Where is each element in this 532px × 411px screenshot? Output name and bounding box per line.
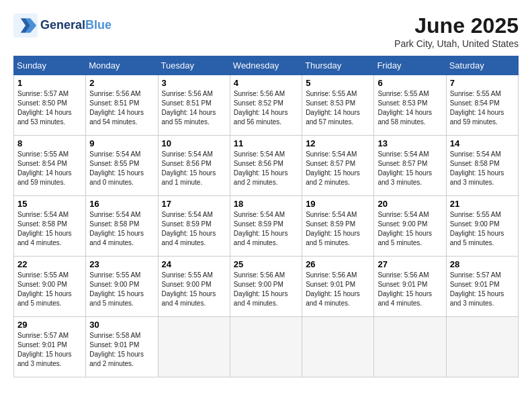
calendar-cell: [302, 317, 374, 377]
calendar-cell: 18Sunrise: 5:54 AM Sunset: 8:59 PM Dayli…: [230, 196, 302, 257]
calendar-cell: [446, 317, 518, 377]
title-section: June 2025 Park City, Utah, United States: [394, 13, 519, 49]
day-number: 23: [89, 259, 154, 269]
calendar-cell: 25Sunrise: 5:56 AM Sunset: 9:00 PM Dayli…: [230, 257, 302, 317]
day-number: 22: [17, 259, 82, 269]
day-number: 15: [17, 199, 82, 209]
day-info: Sunrise: 5:55 AM Sunset: 9:00 PM Dayligh…: [89, 271, 154, 308]
day-number: 28: [450, 259, 515, 269]
day-info: Sunrise: 5:54 AM Sunset: 8:57 PM Dayligh…: [378, 150, 442, 187]
calendar-cell: 14Sunrise: 5:54 AM Sunset: 8:58 PM Dayli…: [446, 136, 518, 196]
day-number: 6: [378, 78, 442, 88]
calendar-cell: 17Sunrise: 5:54 AM Sunset: 8:59 PM Dayli…: [158, 196, 230, 257]
calendar-cell: 3Sunrise: 5:56 AM Sunset: 8:51 PM Daylig…: [158, 75, 230, 136]
day-number: 24: [162, 259, 226, 269]
logo: GeneralBlue: [13, 13, 112, 38]
calendar-cell: [230, 317, 302, 377]
calendar-cell: 27Sunrise: 5:56 AM Sunset: 9:01 PM Dayli…: [374, 257, 446, 317]
calendar-week-2: 8Sunrise: 5:55 AM Sunset: 8:54 PM Daylig…: [14, 136, 519, 196]
calendar-cell: 5Sunrise: 5:55 AM Sunset: 8:53 PM Daylig…: [302, 75, 374, 136]
day-number: 10: [162, 138, 226, 148]
day-info: Sunrise: 5:55 AM Sunset: 8:53 PM Dayligh…: [378, 89, 442, 127]
day-number: 19: [306, 199, 370, 209]
day-info: Sunrise: 5:55 AM Sunset: 8:54 PM Dayligh…: [17, 150, 82, 187]
day-info: Sunrise: 5:55 AM Sunset: 8:53 PM Dayligh…: [306, 89, 370, 127]
logo-text: GeneralBlue: [40, 19, 112, 32]
day-info: Sunrise: 5:54 AM Sunset: 8:58 PM Dayligh…: [450, 150, 515, 187]
calendar-cell: 24Sunrise: 5:55 AM Sunset: 9:00 PM Dayli…: [158, 257, 230, 317]
calendar-header: SundayMondayTuesdayWednesdayThursdayFrid…: [14, 56, 519, 75]
day-info: Sunrise: 5:54 AM Sunset: 8:59 PM Dayligh…: [306, 210, 370, 248]
location: Park City, Utah, United States: [394, 38, 519, 49]
calendar-cell: 10Sunrise: 5:54 AM Sunset: 8:56 PM Dayli…: [158, 136, 230, 196]
day-number: 20: [378, 199, 442, 209]
day-number: 16: [89, 199, 154, 209]
calendar-cell: 11Sunrise: 5:54 AM Sunset: 8:56 PM Dayli…: [230, 136, 302, 196]
day-number: 8: [17, 138, 82, 148]
day-info: Sunrise: 5:58 AM Sunset: 9:01 PM Dayligh…: [89, 331, 154, 369]
calendar-cell: 26Sunrise: 5:56 AM Sunset: 9:01 PM Dayli…: [302, 257, 374, 317]
weekday-header-friday: Friday: [374, 56, 446, 75]
calendar-cell: 15Sunrise: 5:54 AM Sunset: 8:58 PM Dayli…: [14, 196, 86, 257]
day-info: Sunrise: 5:54 AM Sunset: 8:58 PM Dayligh…: [89, 210, 154, 248]
calendar-cell: 16Sunrise: 5:54 AM Sunset: 8:58 PM Dayli…: [86, 196, 158, 257]
calendar-week-3: 15Sunrise: 5:54 AM Sunset: 8:58 PM Dayli…: [14, 196, 519, 257]
logo-icon: [13, 13, 38, 38]
day-info: Sunrise: 5:54 AM Sunset: 8:59 PM Dayligh…: [234, 210, 298, 248]
calendar-table: SundayMondayTuesdayWednesdayThursdayFrid…: [13, 56, 519, 377]
day-info: Sunrise: 5:54 AM Sunset: 8:59 PM Dayligh…: [162, 210, 226, 248]
weekday-header-wednesday: Wednesday: [230, 56, 302, 75]
weekday-header-monday: Monday: [86, 56, 158, 75]
calendar-cell: 30Sunrise: 5:58 AM Sunset: 9:01 PM Dayli…: [86, 317, 158, 377]
day-number: 11: [234, 138, 298, 148]
day-info: Sunrise: 5:54 AM Sunset: 8:56 PM Dayligh…: [234, 150, 298, 187]
month-title: June 2025: [394, 13, 519, 38]
calendar-cell: 13Sunrise: 5:54 AM Sunset: 8:57 PM Dayli…: [374, 136, 446, 196]
day-info: Sunrise: 5:57 AM Sunset: 9:01 PM Dayligh…: [17, 331, 82, 369]
day-number: 27: [378, 259, 442, 269]
calendar-cell: 22Sunrise: 5:55 AM Sunset: 9:00 PM Dayli…: [14, 257, 86, 317]
day-info: Sunrise: 5:54 AM Sunset: 8:57 PM Dayligh…: [306, 150, 370, 187]
day-info: Sunrise: 5:55 AM Sunset: 9:00 PM Dayligh…: [450, 210, 515, 248]
day-info: Sunrise: 5:56 AM Sunset: 9:01 PM Dayligh…: [306, 271, 370, 308]
calendar-cell: [158, 317, 230, 377]
day-info: Sunrise: 5:55 AM Sunset: 9:00 PM Dayligh…: [17, 271, 82, 308]
day-number: 13: [378, 138, 442, 148]
calendar-cell: 12Sunrise: 5:54 AM Sunset: 8:57 PM Dayli…: [302, 136, 374, 196]
calendar-week-1: 1Sunrise: 5:57 AM Sunset: 8:50 PM Daylig…: [14, 75, 519, 136]
day-number: 2: [89, 78, 154, 88]
day-info: Sunrise: 5:56 AM Sunset: 9:00 PM Dayligh…: [234, 271, 298, 308]
day-info: Sunrise: 5:54 AM Sunset: 9:00 PM Dayligh…: [378, 210, 442, 248]
day-number: 7: [450, 78, 515, 88]
page-header: GeneralBlue June 2025 Park City, Utah, U…: [13, 13, 519, 49]
day-number: 26: [306, 259, 370, 269]
day-number: 1: [17, 78, 82, 88]
calendar-cell: 7Sunrise: 5:55 AM Sunset: 8:54 PM Daylig…: [446, 75, 518, 136]
day-number: 3: [162, 78, 226, 88]
day-number: 14: [450, 138, 515, 148]
weekday-header-thursday: Thursday: [302, 56, 374, 75]
calendar-week-5: 29Sunrise: 5:57 AM Sunset: 9:01 PM Dayli…: [14, 317, 519, 377]
calendar-cell: 21Sunrise: 5:55 AM Sunset: 9:00 PM Dayli…: [446, 196, 518, 257]
day-info: Sunrise: 5:55 AM Sunset: 8:54 PM Dayligh…: [450, 89, 515, 127]
day-number: 30: [89, 320, 154, 330]
weekday-header-saturday: Saturday: [446, 56, 518, 75]
calendar-cell: 4Sunrise: 5:56 AM Sunset: 8:52 PM Daylig…: [230, 75, 302, 136]
calendar-cell: 23Sunrise: 5:55 AM Sunset: 9:00 PM Dayli…: [86, 257, 158, 317]
day-number: 25: [234, 259, 298, 269]
calendar-cell: 29Sunrise: 5:57 AM Sunset: 9:01 PM Dayli…: [14, 317, 86, 377]
calendar-week-4: 22Sunrise: 5:55 AM Sunset: 9:00 PM Dayli…: [14, 257, 519, 317]
day-info: Sunrise: 5:54 AM Sunset: 8:58 PM Dayligh…: [17, 210, 82, 248]
day-info: Sunrise: 5:57 AM Sunset: 8:50 PM Dayligh…: [17, 89, 82, 127]
weekday-header-tuesday: Tuesday: [158, 56, 230, 75]
calendar-cell: [374, 317, 446, 377]
calendar-cell: 8Sunrise: 5:55 AM Sunset: 8:54 PM Daylig…: [14, 136, 86, 196]
day-info: Sunrise: 5:54 AM Sunset: 8:55 PM Dayligh…: [89, 150, 154, 187]
day-number: 21: [450, 199, 515, 209]
day-info: Sunrise: 5:57 AM Sunset: 9:01 PM Dayligh…: [450, 271, 515, 308]
calendar-cell: 20Sunrise: 5:54 AM Sunset: 9:00 PM Dayli…: [374, 196, 446, 257]
day-info: Sunrise: 5:56 AM Sunset: 9:01 PM Dayligh…: [378, 271, 442, 308]
calendar-cell: 2Sunrise: 5:56 AM Sunset: 8:51 PM Daylig…: [86, 75, 158, 136]
day-number: 4: [234, 78, 298, 88]
day-info: Sunrise: 5:54 AM Sunset: 8:56 PM Dayligh…: [162, 150, 226, 187]
